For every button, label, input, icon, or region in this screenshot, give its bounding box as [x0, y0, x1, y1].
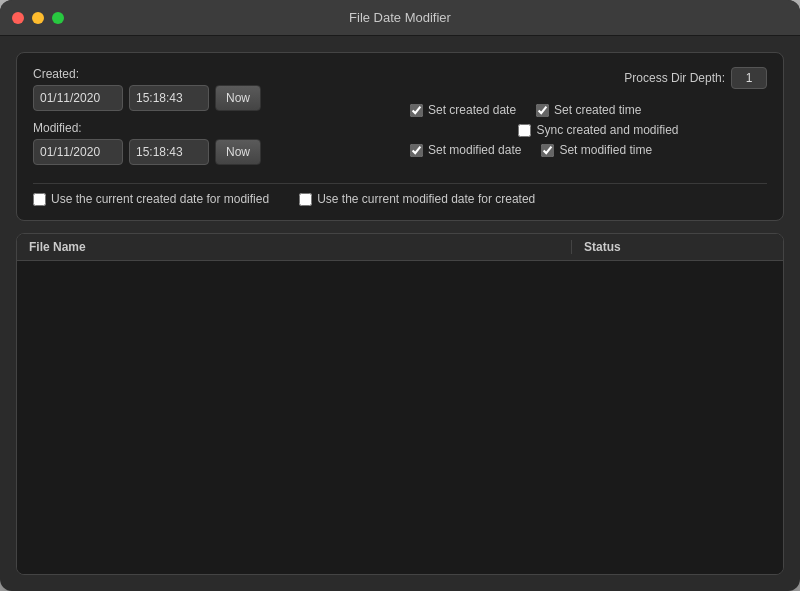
process-dir-row: Process Dir Depth:: [410, 67, 767, 89]
created-label: Created:: [33, 67, 390, 81]
created-row: Created: Now: [33, 67, 390, 111]
top-panel-inner: Created: Now Modified: Now: [33, 67, 767, 175]
set-created-date-checkbox[interactable]: [410, 104, 423, 117]
sync-created-modified-item[interactable]: Sync created and modified: [518, 123, 678, 137]
window-title: File Date Modifier: [349, 10, 451, 25]
created-checkboxes: Set created date Set created time: [410, 103, 767, 117]
close-button[interactable]: [12, 12, 24, 24]
created-time-input[interactable]: [129, 85, 209, 111]
window-controls: [12, 12, 64, 24]
set-created-date-label: Set created date: [428, 103, 516, 117]
table-header: File Name Status: [17, 234, 783, 261]
modified-checkboxes: Set modified date Set modified time: [410, 143, 767, 157]
set-modified-date-item[interactable]: Set modified date: [410, 143, 521, 157]
created-date-input[interactable]: [33, 85, 123, 111]
top-panel: Created: Now Modified: Now: [16, 52, 784, 221]
left-section: Created: Now Modified: Now: [33, 67, 390, 175]
modified-row: Modified: Now: [33, 121, 390, 165]
table-body: [17, 261, 783, 574]
modified-now-button[interactable]: Now: [215, 139, 261, 165]
sync-created-modified-label: Sync created and modified: [536, 123, 678, 137]
modified-date-input[interactable]: [33, 139, 123, 165]
set-modified-date-checkbox[interactable]: [410, 144, 423, 157]
use-created-for-modified-item[interactable]: Use the current created date for modifie…: [33, 192, 269, 206]
file-table: File Name Status: [16, 233, 784, 575]
modified-inputs: Now: [33, 139, 390, 165]
set-modified-time-label: Set modified time: [559, 143, 652, 157]
process-dir-label: Process Dir Depth:: [624, 71, 725, 85]
sync-row: Sync created and modified: [410, 123, 767, 137]
use-modified-for-created-checkbox[interactable]: [299, 193, 312, 206]
process-dir-input[interactable]: [731, 67, 767, 89]
set-created-date-item[interactable]: Set created date: [410, 103, 516, 117]
use-modified-for-created-label: Use the current modified date for create…: [317, 192, 535, 206]
created-now-button[interactable]: Now: [215, 85, 261, 111]
set-created-time-checkbox[interactable]: [536, 104, 549, 117]
set-modified-time-item[interactable]: Set modified time: [541, 143, 652, 157]
set-created-time-item[interactable]: Set created time: [536, 103, 641, 117]
modified-label: Modified:: [33, 121, 390, 135]
use-created-for-modified-label: Use the current created date for modifie…: [51, 192, 269, 206]
set-modified-date-label: Set modified date: [428, 143, 521, 157]
set-created-time-label: Set created time: [554, 103, 641, 117]
minimize-button[interactable]: [32, 12, 44, 24]
sync-created-modified-checkbox[interactable]: [518, 124, 531, 137]
col-header-filename: File Name: [29, 240, 571, 254]
created-inputs: Now: [33, 85, 390, 111]
set-modified-time-checkbox[interactable]: [541, 144, 554, 157]
col-header-status: Status: [571, 240, 771, 254]
main-content: Created: Now Modified: Now: [0, 36, 800, 591]
use-created-for-modified-checkbox[interactable]: [33, 193, 46, 206]
bottom-checkboxes: Use the current created date for modifie…: [33, 183, 767, 206]
main-window: File Date Modifier Created: Now Modified…: [0, 0, 800, 591]
maximize-button[interactable]: [52, 12, 64, 24]
right-section: Process Dir Depth: Set created date Set …: [410, 67, 767, 175]
modified-time-input[interactable]: [129, 139, 209, 165]
use-modified-for-created-item[interactable]: Use the current modified date for create…: [299, 192, 535, 206]
titlebar: File Date Modifier: [0, 0, 800, 36]
